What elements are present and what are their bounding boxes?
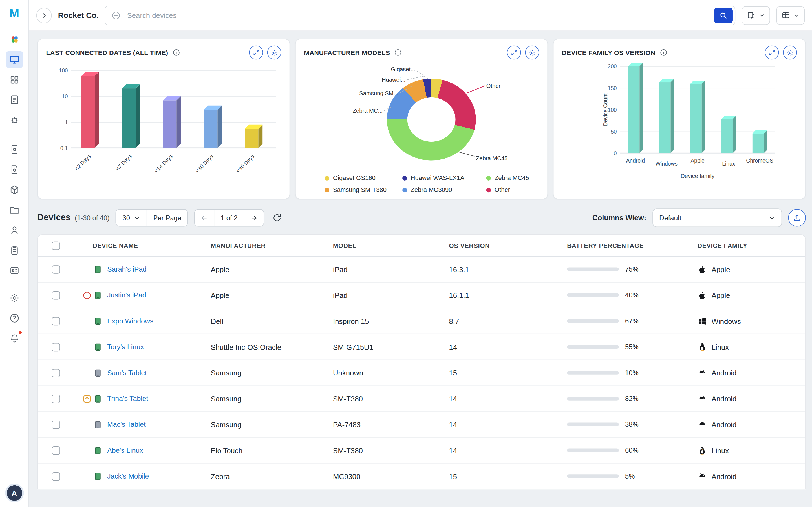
column-header-device-name[interactable]: DEVICE NAME [74, 242, 193, 249]
expand-chart-button[interactable] [507, 46, 521, 60]
battery-percent: 82% [625, 395, 639, 402]
donut-chart[interactable] [387, 78, 476, 161]
device-family-label: Windows [712, 317, 741, 325]
row-checkbox[interactable] [52, 265, 60, 273]
device-family-label: Linux [712, 343, 729, 351]
row-checkbox[interactable] [52, 291, 60, 299]
device-name-link[interactable]: Abe's Linux [107, 446, 143, 454]
table-row[interactable]: Sarah's iPadAppleiPad16.3.175%Apple [38, 257, 805, 283]
device-name-link[interactable]: Sarah's iPad [107, 265, 147, 273]
prev-page-button[interactable] [195, 210, 214, 226]
sidebar-item-automation[interactable] [5, 111, 23, 129]
sidebar-item-packages[interactable] [5, 181, 23, 199]
column-header-model[interactable]: MODEL [317, 242, 437, 249]
apps-colorful-icon [9, 34, 19, 45]
row-checkbox[interactable] [52, 369, 60, 377]
select-all-checkbox[interactable] [52, 241, 60, 249]
per-page-select[interactable]: 30 [116, 210, 147, 226]
search-button[interactable] [714, 8, 733, 23]
app-logo[interactable]: M [9, 6, 19, 20]
refresh-button[interactable] [270, 211, 284, 224]
info-icon[interactable] [172, 49, 180, 57]
column-header-battery-percentage[interactable]: BATTERY PERCENTAGE [556, 242, 685, 249]
sidebar-item-enrollment-form[interactable] [5, 91, 23, 108]
export-button[interactable] [788, 209, 806, 226]
chart-settings-button[interactable] [783, 46, 797, 60]
table-row[interactable]: Abe's LinuxElo TouchSM-T3801460%Linux [38, 438, 805, 464]
device-name-link[interactable]: Expo Windows [107, 317, 153, 325]
bar-Android[interactable] [628, 66, 640, 153]
user-avatar[interactable]: A [6, 485, 22, 501]
device-name-link[interactable]: Jack's Mobile [107, 472, 149, 480]
sidebar-item-inventory[interactable] [5, 242, 23, 259]
table-row[interactable]: Sam's TabletSamsungUnknown1510%Android [38, 360, 805, 386]
sidebar-item-folders[interactable] [5, 201, 23, 219]
column-header-manufacturer[interactable]: MANUFACTURER [193, 242, 317, 249]
sidebar-item-app-catalog[interactable] [5, 71, 23, 89]
table-row[interactable]: Expo WindowsDellInspiron 158.767%Windows [38, 308, 805, 334]
bar-ChromeOS[interactable] [753, 133, 764, 153]
plus-circle-icon[interactable] [112, 11, 121, 20]
row-checkbox[interactable] [52, 446, 60, 454]
expand-chart-button[interactable] [765, 46, 779, 60]
sidebar-item-devices-monitor[interactable] [5, 51, 23, 68]
info-icon[interactable] [394, 49, 402, 57]
device-name-link[interactable]: Trina's Tablet [107, 395, 148, 402]
chart-settings-button[interactable] [525, 46, 539, 60]
view-options-button[interactable] [776, 6, 805, 24]
device-name-link[interactable]: Justin's iPad [107, 291, 146, 299]
next-page-button[interactable] [244, 210, 263, 226]
column-header-os-version[interactable]: OS VERSION [437, 242, 555, 249]
alert-icon [82, 290, 92, 300]
sidebar-item-apps-colorful[interactable] [5, 31, 23, 48]
search-input[interactable] [126, 11, 709, 20]
device-family-cell: Android [685, 420, 805, 429]
device-name-link[interactable]: Tory's Linux [107, 343, 144, 351]
model-cell: MC9300 [317, 472, 437, 480]
device-name-link[interactable]: Sam's Tablet [107, 369, 147, 377]
table-row[interactable]: Mac's TabletSamsungPA-74831438%Android [38, 412, 805, 438]
bar-<30 Days[interactable] [204, 110, 218, 148]
sidebar-item-help[interactable] [5, 309, 23, 327]
sidebar-item-id-badge[interactable] [5, 262, 23, 279]
legend-item: Zebra MC3090 [402, 186, 486, 193]
device-name-link[interactable]: Mac's Tablet [107, 420, 146, 429]
row-checkbox[interactable] [52, 343, 60, 351]
expand-icon [768, 49, 776, 56]
table-row[interactable]: Tory's LinuxShuttle Inc-OS:OracleSM-G715… [38, 334, 805, 360]
chevron-down-icon [794, 12, 800, 18]
chart-settings-button[interactable] [267, 46, 282, 60]
expand-chart-button[interactable] [249, 46, 263, 60]
row-checkbox[interactable] [52, 472, 60, 480]
table-row[interactable]: Jack's MobileZebraMC9300155%Android [38, 464, 805, 490]
column-header-device-family[interactable]: DEVICE FAMILY [685, 242, 805, 249]
bar-<90 Days[interactable] [245, 129, 259, 148]
chevron-down-icon [769, 214, 775, 221]
green-tablet-icon [94, 290, 102, 300]
bar-<2 Days[interactable] [81, 76, 95, 148]
info-icon[interactable] [659, 49, 667, 57]
table-row[interactable]: Justin's iPadAppleiPad16.1.140%Apple [38, 283, 805, 308]
bar-Windows[interactable] [659, 82, 670, 153]
columns-view-select[interactable]: Default [652, 209, 782, 227]
bar-<7 Days[interactable] [122, 89, 136, 148]
row-checkbox[interactable] [52, 395, 60, 403]
table-row[interactable]: Trina's TabletSamsungSM-T3801482%Android [38, 386, 805, 412]
sidebar-item-settings[interactable] [5, 289, 23, 307]
row-checkbox[interactable] [52, 317, 60, 325]
sidebar-item-notifications[interactable] [5, 330, 23, 347]
sidebar-item-device-settings[interactable] [5, 141, 23, 158]
legend-item: Zebra MC45 [486, 174, 548, 182]
bar-Apple[interactable] [690, 83, 702, 153]
row-checkbox[interactable] [52, 420, 60, 429]
sidebar-item-users[interactable] [5, 221, 23, 239]
file-sync-button[interactable] [742, 6, 770, 24]
sidebar-item-policy-doc[interactable] [5, 161, 23, 178]
bar-<14 Days[interactable] [163, 100, 177, 148]
bar-Linux[interactable] [721, 119, 733, 153]
device-family-label: Android [712, 369, 737, 377]
device-family-cell: Apple [685, 265, 805, 274]
id-badge-icon [9, 265, 19, 276]
sidebar-expand-button[interactable] [36, 8, 52, 23]
model-cell: Inspiron 15 [317, 317, 437, 325]
